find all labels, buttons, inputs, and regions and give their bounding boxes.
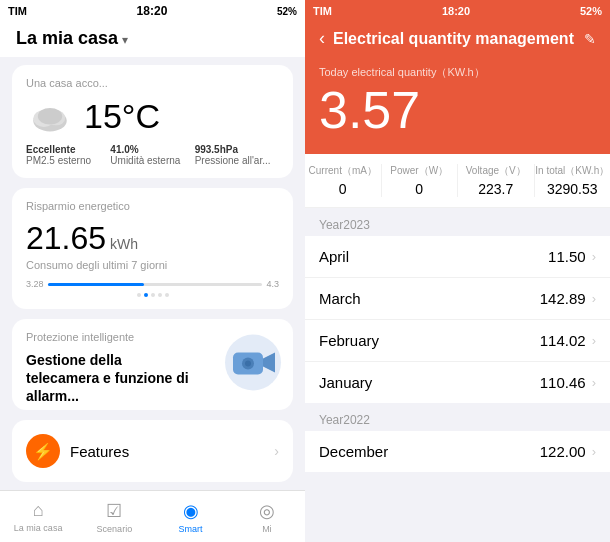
- energy-dots: [26, 293, 279, 297]
- scenario-icon: ☑: [106, 500, 122, 522]
- mi-icon: ◎: [259, 500, 275, 522]
- month-list-2023: April 11.50 › March 142.89 › February 11…: [305, 236, 610, 403]
- month-name-april: April: [319, 248, 349, 265]
- metric-current: Current（mA） 0: [305, 164, 382, 197]
- metric-voltage-label: Voltage（V）: [458, 164, 534, 178]
- features-icon: ⚡: [26, 434, 60, 468]
- month-value-december: 122.00: [540, 443, 586, 460]
- dot-5: [165, 293, 169, 297]
- metric-power-label: Power（W）: [382, 164, 458, 178]
- pressure-label: Pressione all'ar...: [195, 155, 279, 166]
- month-list-2022: December 122.00 ›: [305, 431, 610, 472]
- smart-card: Protezione intelligente Gestione della t…: [12, 319, 293, 410]
- nav-label-mi: Mi: [262, 524, 272, 534]
- right-scroll-area: Year2023 April 11.50 › March 142.89 › Fe…: [305, 208, 610, 542]
- month-row-march[interactable]: March 142.89 ›: [305, 278, 610, 320]
- right-status-bar: TIM 18:20 52%: [305, 0, 610, 22]
- home-title: La mia casa: [16, 28, 118, 49]
- today-label: Today electrical quantity（KW.h）: [319, 65, 596, 80]
- energy-bar-fill: [48, 283, 145, 286]
- month-right-december: 122.00 ›: [540, 443, 596, 460]
- metric-total-value: 3290.53: [535, 181, 611, 197]
- month-row-january[interactable]: January 110.46 ›: [305, 362, 610, 403]
- dot-1: [137, 293, 141, 297]
- month-right-january: 110.46 ›: [540, 374, 596, 391]
- right-title: Electrical quantity management: [333, 30, 576, 48]
- left-battery: 52%: [277, 6, 297, 17]
- month-name-january: January: [319, 374, 372, 391]
- right-carrier: TIM: [313, 5, 332, 17]
- month-row-february[interactable]: February 114.02 ›: [305, 320, 610, 362]
- nav-label-home: La mia casa: [14, 523, 63, 533]
- left-header: La mia casa ▾: [0, 22, 305, 57]
- left-scroll-area: Una casa acco... 15°C Eccellente PM2.5 e…: [0, 57, 305, 490]
- energy-card-label: Risparmio energetico: [26, 200, 279, 212]
- month-name-february: February: [319, 332, 379, 349]
- weather-details: Eccellente PM2.5 esterno 41.0% Umidità e…: [26, 144, 279, 166]
- energy-bar: [48, 283, 263, 286]
- metric-total: In total（KW.h） 3290.53: [535, 164, 611, 197]
- pressure-value: 993.5hPa: [195, 144, 279, 155]
- energy-value: 21.65: [26, 220, 106, 257]
- smart-nav-icon: ◉: [183, 500, 199, 522]
- energy-bar-row: 3.28 4.3: [26, 279, 279, 289]
- year-2023-header: Year2023: [305, 208, 610, 236]
- shield-camera-icon: [213, 330, 283, 395]
- energy-bar-max: 4.3: [266, 279, 279, 289]
- left-carrier: TIM: [8, 5, 27, 17]
- dot-3: [151, 293, 155, 297]
- year-2022-header: Year2022: [305, 403, 610, 431]
- home-icon: ⌂: [33, 500, 44, 521]
- month-row-april[interactable]: April 11.50 ›: [305, 236, 610, 278]
- pressure: 993.5hPa Pressione all'ar...: [195, 144, 279, 166]
- month-row-december[interactable]: December 122.00 ›: [305, 431, 610, 472]
- right-panel: TIM 18:20 52% ‹ Electrical quantity mana…: [305, 0, 610, 542]
- chevron-icon-february: ›: [592, 333, 596, 348]
- month-value-march: 142.89: [540, 290, 586, 307]
- air-quality-sublabel: PM2.5 esterno: [26, 155, 110, 166]
- month-value-february: 114.02: [540, 332, 586, 349]
- month-right-march: 142.89 ›: [540, 290, 596, 307]
- energy-bar-min: 3.28: [26, 279, 44, 289]
- energy-subtitle: Consumo degli ultimi 7 giorni: [26, 259, 279, 271]
- right-header: ‹ Electrical quantity management ✎: [305, 22, 610, 57]
- svg-point-3: [38, 107, 62, 124]
- dot-4: [158, 293, 162, 297]
- metric-voltage: Voltage（V） 223.7: [458, 164, 535, 197]
- nav-item-scenario[interactable]: ☑ Scenario: [76, 491, 152, 542]
- features-left: ⚡ Features: [26, 434, 129, 468]
- energy-card: Risparmio energetico 21.65 kWh Consumo d…: [12, 188, 293, 309]
- metric-current-value: 0: [305, 181, 381, 197]
- air-quality: Eccellente PM2.5 esterno: [26, 144, 110, 166]
- features-chevron-icon: ›: [274, 443, 279, 459]
- dot-2: [144, 293, 148, 297]
- month-name-march: March: [319, 290, 361, 307]
- right-time: 18:20: [442, 5, 470, 17]
- weather-card-label: Una casa acco...: [26, 77, 279, 89]
- month-name-december: December: [319, 443, 388, 460]
- humidity-value: 41.0%: [110, 144, 194, 155]
- chevron-icon-december: ›: [592, 444, 596, 459]
- nav-item-home[interactable]: ⌂ La mia casa: [0, 491, 76, 542]
- nav-item-mi[interactable]: ◎ Mi: [229, 491, 305, 542]
- left-panel: TIM 18:20 52% La mia casa ▾ Una casa acc…: [0, 0, 305, 542]
- metric-voltage-value: 223.7: [458, 181, 534, 197]
- smart-card-content: Gestione della telecamera e funzione di …: [26, 351, 190, 406]
- smart-icon: [213, 330, 283, 399]
- month-value-april: 11.50: [548, 248, 586, 265]
- chevron-icon-april: ›: [592, 249, 596, 264]
- chevron-icon-january: ›: [592, 375, 596, 390]
- weather-main: 15°C: [26, 97, 279, 136]
- smart-title: Gestione della telecamera e funzione di …: [26, 351, 190, 406]
- chevron-down-icon[interactable]: ▾: [122, 33, 128, 47]
- left-time: 18:20: [137, 4, 168, 18]
- features-row[interactable]: ⚡ Features ›: [12, 420, 293, 482]
- metric-current-label: Current（mA）: [305, 164, 381, 178]
- cloud-icon: [26, 98, 74, 136]
- energy-unit: kWh: [110, 236, 138, 252]
- nav-item-smart[interactable]: ◉ Smart: [153, 491, 229, 542]
- edit-icon[interactable]: ✎: [584, 31, 596, 47]
- humidity: 41.0% Umidità esterna: [110, 144, 194, 166]
- back-button[interactable]: ‹: [319, 28, 325, 49]
- humidity-label: Umidità esterna: [110, 155, 194, 166]
